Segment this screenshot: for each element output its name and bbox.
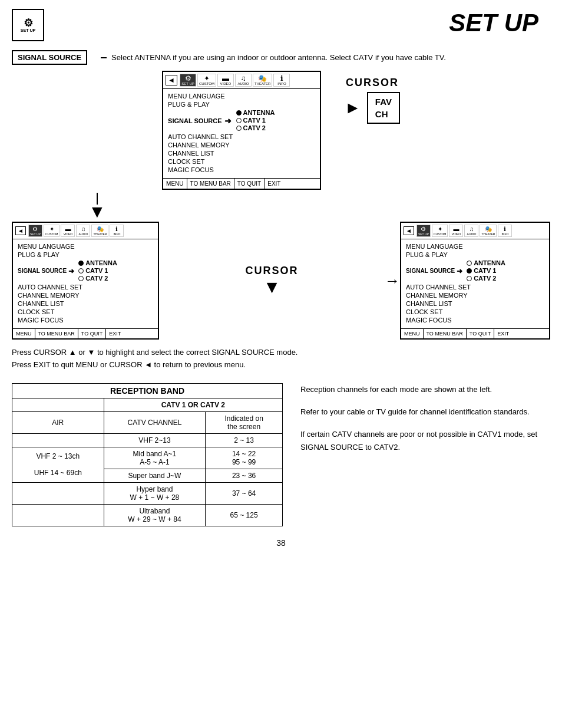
- nav-left-arrow-left[interactable]: ◄: [15, 226, 26, 235]
- hyperband-cell: Hyper bandW + 1 ~ W + 28: [104, 482, 206, 504]
- plug-play-row: PLUG & PLAY: [168, 101, 315, 108]
- ultraband-cell: UltrabandW + 29 ~ W + 84: [104, 504, 206, 526]
- right-arrow-big: →: [385, 272, 400, 290]
- icon-video[interactable]: ▬ VIDEO: [217, 74, 234, 87]
- arrow-down-inner: ▼: [88, 193, 106, 219]
- tv-icon-group-left: ⚙SET UP ✦CUSTOM ▬VIDEO ♫AUDIO 🎭THEATER: [28, 225, 156, 237]
- auto-channel-row: AUTO CHANNEL SET: [168, 133, 315, 140]
- setup-symbol: ⚙: [185, 75, 191, 82]
- plug-play-left: PLUG & PLAY: [18, 251, 153, 258]
- hyperband-range: 37 ~ 64: [206, 482, 283, 504]
- catv1-radio: [236, 118, 242, 123]
- channel-memory-left: CHANNEL MEMORY: [18, 292, 153, 299]
- bottom-to-menu-bar: TO MENU BAR: [187, 179, 234, 189]
- col2-header: CATV 1 OR CATV 2: [104, 398, 282, 411]
- nav-left-arrow[interactable]: ◄: [166, 75, 177, 85]
- superband-range: 23 ~ 36: [206, 469, 283, 482]
- bottom-exit: EXIT: [265, 179, 283, 189]
- icon-symbol: ⚙: [24, 18, 33, 28]
- table-row-3: VHF 2 ~ 13chUHF 14 ~ 69ch Mid band A~1A-…: [12, 447, 283, 469]
- magic-focus-left: MAGIC FOCUS: [18, 317, 153, 324]
- icon-info-left[interactable]: ℹINFO: [110, 225, 124, 237]
- reception-notes: Reception channels for each mode are sho…: [300, 383, 550, 454]
- cursor-right-arrow: ►: [345, 98, 361, 117]
- description-section: Press CURSOR ▲ or ▼ to highlight and sel…: [12, 347, 550, 371]
- bottom-to-menu-bar-left: TO MENU BAR: [35, 329, 78, 338]
- col1-header: [12, 398, 104, 411]
- icon-audio[interactable]: ♫ AUDIO: [235, 74, 252, 87]
- cursor-down-arrow: ▼: [263, 277, 281, 297]
- tv-menu-content-left: MENU LANGUAGE PLUG & PLAY SIGNAL SOURCE …: [13, 239, 158, 328]
- catv1-option: CATV 1: [236, 117, 275, 124]
- bottom-to-menu-bar-right: TO MENU BAR: [424, 329, 467, 338]
- icon-setup[interactable]: ⚙ SET UP: [180, 74, 196, 87]
- tv-menu-topbar-left: ◄ ⚙SET UP ✦CUSTOM ▬VIDEO ♫AUDIO: [13, 223, 158, 239]
- table-row-2: VHF 2~13 2 ~ 13: [12, 433, 283, 447]
- tv-menu-topbar: ◄ ⚙ SET UP ✦ CUSTOM ▬ VIDEO ♫: [163, 72, 320, 89]
- icon-custom-left[interactable]: ✦CUSTOM: [44, 225, 60, 237]
- catv1-radio-left: [78, 268, 84, 274]
- antenna-left: ANTENNA: [78, 259, 117, 266]
- channel-list-right: CHANNEL LIST: [406, 300, 544, 307]
- big-arrow-down: ▼: [88, 205, 106, 219]
- catv2-radio: [236, 126, 242, 131]
- antenna-label-right: ANTENNA: [474, 259, 505, 266]
- info-label: INFO: [277, 82, 286, 85]
- icon-setup-left[interactable]: ⚙SET UP: [28, 225, 42, 237]
- antenna-radio-left: [78, 261, 84, 266]
- page-number: 38: [0, 538, 562, 559]
- clock-set-right: CLOCK SET: [406, 308, 544, 315]
- catv2-option: CATV 2: [236, 124, 275, 131]
- catv2-left: CATV 2: [78, 275, 117, 282]
- icon-label: SET UP: [21, 28, 35, 32]
- bottom-bar-left: MENU TO MENU BAR TO QUIT EXIT: [13, 328, 158, 338]
- icon-info[interactable]: ℹ INFO: [273, 74, 290, 87]
- note2: Refer to your cable or TV guide for chan…: [300, 406, 550, 419]
- tv-menu-content-right: MENU LANGUAGE PLUG & PLAY SIGNAL SOURCE …: [401, 239, 549, 328]
- icon-audio-left[interactable]: ♫AUDIO: [76, 225, 90, 237]
- menu-language-row: MENU LANGUAGE: [168, 93, 315, 100]
- signal-source-text: SIGNAL SOURCE: [168, 117, 222, 124]
- table-row-5: Hyper bandW + 1 ~ W + 28 37 ~ 64: [12, 482, 283, 504]
- theater-label: THEATER: [254, 82, 271, 85]
- icon-theater-right[interactable]: 🎭THEATER: [480, 225, 497, 237]
- icon-video-right[interactable]: ▬VIDEO: [449, 225, 463, 237]
- icon-info-right[interactable]: ℹINFO: [498, 225, 512, 237]
- vhf213-range: 2 ~ 13: [206, 433, 283, 447]
- catv1-right: CATV 1: [467, 267, 505, 274]
- signal-source-section: SIGNAL SOURCE Select ANTENNA if you are …: [12, 50, 550, 65]
- catv2-label-right: CATV 2: [474, 275, 496, 282]
- superband-cell: Super band J~W: [104, 469, 206, 482]
- signal-source-left: SIGNAL SOURCE ➜ ANTENNA CATV 1: [18, 259, 153, 282]
- icon-setup-right[interactable]: ⚙SET UP: [416, 225, 431, 237]
- icon-video-left[interactable]: ▬VIDEO: [61, 225, 75, 237]
- air-cell: AIR: [12, 411, 104, 433]
- antenna-label-left: ANTENNA: [85, 259, 117, 266]
- catv-channel-cell: CATV CHANNEL: [104, 411, 206, 433]
- icon-theater-left[interactable]: 🎭THEATER: [91, 225, 108, 237]
- catv1-label: CATV 1: [243, 117, 266, 124]
- icon-theater[interactable]: 🎭 THEATER: [253, 74, 273, 87]
- auto-channel-right: AUTO CHANNEL SET: [406, 284, 544, 291]
- catv1-label-left: CATV 1: [85, 267, 108, 274]
- cursor-center-label: CURSOR: [245, 265, 298, 277]
- top-row: ◄ ⚙ SET UP ✦ CUSTOM ▬ VIDEO ♫: [162, 71, 400, 190]
- tv-menu-content-top: MENU LANGUAGE PLUG & PLAY SIGNAL SOURCE …: [163, 89, 320, 178]
- reception-table-wrap: RECEPTION BAND CATV 1 OR CATV 2 AIR CATV…: [12, 383, 283, 526]
- midband-cell: Mid band A~1A-5 ~ A-1: [104, 447, 206, 469]
- nav-left-arrow-right[interactable]: ◄: [404, 226, 414, 235]
- plug-play-right: PLUG & PLAY: [406, 251, 544, 258]
- tv-menu-top: ◄ ⚙ SET UP ✦ CUSTOM ▬ VIDEO ♫: [162, 71, 321, 190]
- icon-audio-right[interactable]: ♫AUDIO: [464, 225, 478, 237]
- indicated-cell: Indicated onthe screen: [206, 411, 283, 433]
- table-title-row: RECEPTION BAND: [12, 383, 283, 398]
- icon-custom[interactable]: ✦ CUSTOM: [197, 74, 216, 87]
- menu-language-left: MENU LANGUAGE: [18, 243, 153, 250]
- signal-source-row: SIGNAL SOURCE ➜ ANTENNA CATV 1: [168, 109, 315, 132]
- magic-focus-right: MAGIC FOCUS: [406, 317, 544, 324]
- top-diagram: ◄ ⚙ SET UP ✦ CUSTOM ▬ VIDEO ♫: [12, 71, 550, 340]
- icon-custom-right[interactable]: ✦CUSTOM: [432, 225, 448, 237]
- catv2-label-left: CATV 2: [85, 275, 108, 282]
- signal-source-label: SIGNAL SOURCE: [12, 50, 87, 65]
- catv2-right: CATV 2: [467, 275, 505, 282]
